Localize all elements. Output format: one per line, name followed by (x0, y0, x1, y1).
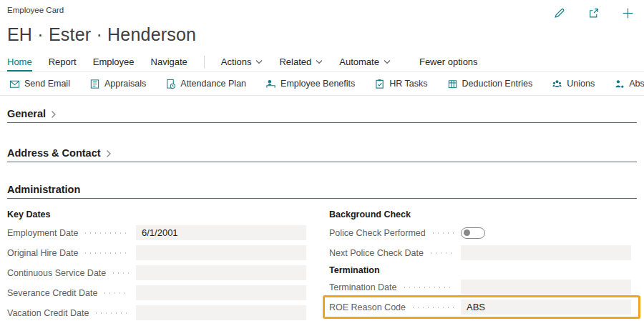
action-send-email[interactable]: Send Email (9, 79, 70, 89)
new-plus-icon[interactable] (622, 7, 634, 19)
section-general-label: General (7, 108, 46, 119)
dotted-leader (83, 232, 130, 234)
group-background-check: Background Check (329, 209, 631, 219)
field-label: Next Police Check Date (329, 248, 424, 258)
vacation-credit-date-input[interactable] (136, 305, 306, 320)
section-administration-label: Administration (7, 184, 80, 195)
action-label: Attendance Plan (180, 79, 246, 89)
field-label: Original Hire Date (7, 248, 78, 258)
action-attendance-plan[interactable]: Attendance Plan (165, 79, 246, 89)
field-row-severance-credit-date: Severance Credit Date (7, 285, 306, 300)
chevron-down-icon (384, 59, 391, 65)
field-label: Severance Credit Date (7, 288, 97, 298)
administration-fields: Key Dates Employment Date 6/1/2001 Origi… (7, 209, 637, 321)
field-row-police-check-performed: Police Check Performed (329, 225, 631, 240)
action-label: Send Email (24, 79, 70, 89)
deduction-entries-icon (447, 79, 458, 89)
dotted-leader (111, 272, 130, 274)
toggle-slot (461, 227, 631, 239)
menu-related-label: Related (279, 56, 311, 67)
chevron-right-icon (51, 110, 57, 119)
dotted-leader (102, 292, 130, 294)
field-row-original-hire-date: Original Hire Date (7, 245, 306, 260)
field-label: Police Check Performed (329, 228, 426, 238)
action-appraisals[interactable]: Appraisals (89, 79, 146, 89)
tab-report[interactable]: Report (49, 56, 77, 71)
hr-tasks-icon (374, 79, 385, 89)
action-unions[interactable]: Unions (552, 79, 595, 89)
unions-icon (552, 79, 562, 89)
police-check-toggle[interactable] (461, 227, 485, 239)
field-row-continuous-service-date: Continuous Service Date (7, 265, 306, 280)
field-label: ROE Reason Code (329, 302, 406, 312)
roe-reason-code-input[interactable]: ABS (461, 300, 631, 315)
column-key-dates: Key Dates Employment Date 6/1/2001 Origi… (7, 209, 306, 321)
field-label: Termination Date (329, 282, 397, 292)
dotted-leader (94, 312, 130, 314)
page-title: EH · Ester · Henderson (7, 24, 644, 44)
fewer-options[interactable]: Fewer options (419, 56, 478, 71)
action-absences[interactable]: Absences (614, 79, 644, 89)
menu-actions[interactable]: Actions (221, 56, 263, 71)
menu-automate-label: Automate (339, 56, 379, 67)
field-row-termination-date: Termination Date (329, 280, 631, 295)
field-row-next-police-check-date: Next Police Check Date (329, 245, 631, 260)
toggle-knob (464, 229, 470, 236)
termination-date-input[interactable] (461, 280, 631, 295)
action-employee-benefits[interactable]: Employee Benefits (265, 79, 355, 89)
send-email-icon (9, 79, 20, 89)
field-label: Employment Date (7, 228, 78, 238)
severance-credit-date-input[interactable] (136, 285, 306, 300)
employment-date-input[interactable]: 6/1/2001 (136, 225, 306, 240)
menu-related[interactable]: Related (279, 56, 323, 71)
dotted-leader (411, 307, 454, 308)
section-address-contact[interactable]: Address & Contact (7, 147, 637, 162)
tab-employee[interactable]: Employee (93, 56, 135, 71)
header-actions (553, 7, 634, 19)
action-hr-tasks[interactable]: HR Tasks (374, 79, 427, 89)
roe-reason-code-highlight: ROE Reason Code ABS (323, 295, 640, 319)
original-hire-date-input[interactable] (136, 245, 306, 260)
edit-pencil-icon[interactable] (553, 7, 565, 19)
action-label: Appraisals (104, 79, 146, 89)
section-address-label: Address & Contact (7, 147, 101, 159)
field-row-roe-reason-code: ROE Reason Code ABS (329, 300, 631, 315)
next-police-check-date-input[interactable] (461, 245, 631, 260)
continuous-service-date-input[interactable] (136, 265, 306, 280)
dotted-leader (402, 287, 455, 288)
dotted-leader (429, 252, 454, 254)
absences-icon (614, 79, 625, 89)
share-icon[interactable] (587, 7, 600, 19)
tab-home[interactable]: Home (7, 56, 32, 71)
tab-navigate[interactable]: Navigate (151, 56, 187, 71)
section-general[interactable]: General (7, 108, 637, 123)
field-row-employment-date: Employment Date 6/1/2001 (7, 225, 306, 240)
menu-automate[interactable]: Automate (339, 56, 391, 71)
employee-card-page: Employee Card EH · Ester · Hender (0, 0, 644, 321)
dotted-leader (431, 232, 454, 234)
employee-benefits-icon (265, 79, 276, 89)
command-menu-bar: Home Report Employee Navigate Actions Re… (0, 54, 644, 72)
group-termination: Termination (329, 265, 631, 275)
field-label: Vacation Credit Date (7, 308, 89, 318)
action-deduction-entries[interactable]: Deduction Entries (447, 79, 533, 89)
section-administration[interactable]: Administration (7, 184, 637, 199)
action-bar: Send Email Appraisals Attendance Plan Em… (0, 72, 644, 96)
menu-divider (204, 56, 205, 68)
field-label: Continuous Service Date (7, 268, 106, 278)
page-caption: Employee Card (7, 6, 64, 14)
chevron-right-icon (106, 149, 112, 158)
top-bar: Employee Card (0, 0, 644, 19)
action-label: Deduction Entries (462, 79, 533, 89)
field-row-vacation-credit-date: Vacation Credit Date (7, 305, 306, 320)
action-label: Employee Benefits (280, 79, 355, 89)
group-key-dates: Key Dates (7, 209, 306, 219)
card-content: General Address & Contact Administration… (0, 108, 644, 321)
menu-actions-label: Actions (221, 56, 252, 67)
action-label: Absences (629, 79, 644, 89)
chevron-down-icon (316, 59, 323, 65)
column-background-termination: Background Check Police Check Performed … (329, 209, 631, 321)
action-label: HR Tasks (389, 79, 427, 89)
action-label: Unions (567, 79, 595, 89)
appraisals-icon (89, 79, 100, 89)
